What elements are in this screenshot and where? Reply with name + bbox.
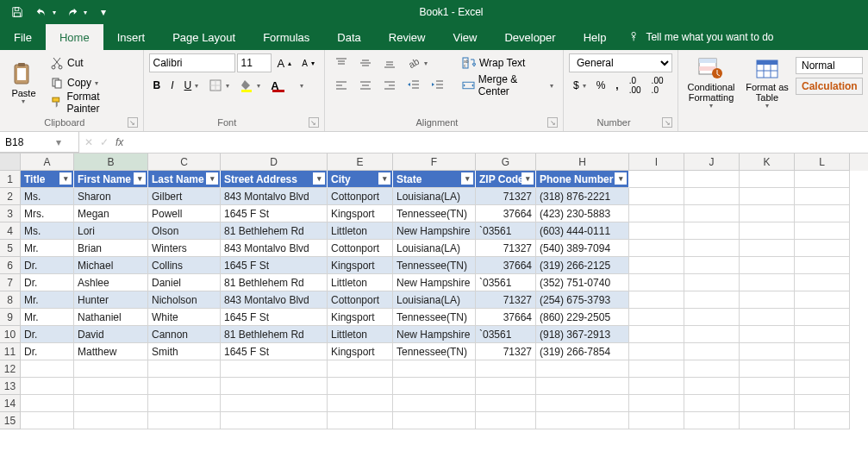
cell[interactable] bbox=[629, 326, 684, 343]
insert-function-button[interactable]: fx bbox=[116, 136, 123, 148]
cell[interactable]: Cottonport bbox=[328, 188, 393, 205]
cell[interactable]: 71327 bbox=[476, 240, 536, 257]
cell[interactable] bbox=[393, 395, 476, 412]
column-header[interactable]: K bbox=[740, 153, 795, 171]
cell[interactable]: Ms. bbox=[21, 222, 74, 240]
align-left-button[interactable] bbox=[330, 76, 353, 95]
cell[interactable] bbox=[684, 326, 740, 343]
cell[interactable]: Sharon bbox=[74, 188, 148, 205]
row-header[interactable]: 12 bbox=[0, 360, 21, 378]
cell[interactable] bbox=[795, 412, 850, 429]
format-painter-button[interactable]: Format Painter bbox=[46, 93, 138, 112]
tab-developer[interactable]: Developer bbox=[490, 24, 569, 50]
cell[interactable]: Mrs. bbox=[21, 205, 74, 222]
cell[interactable] bbox=[740, 222, 795, 240]
cell[interactable] bbox=[629, 222, 684, 240]
cell[interactable]: David bbox=[74, 326, 148, 343]
row-header[interactable]: 3 bbox=[0, 205, 21, 222]
cell[interactable]: (254) 675-3793 bbox=[536, 291, 629, 309]
filter-dropdown-icon[interactable]: ▾ bbox=[461, 172, 473, 185]
cell[interactable]: Dr. bbox=[21, 326, 74, 343]
redo-button[interactable] bbox=[62, 2, 83, 22]
select-all-corner[interactable] bbox=[0, 153, 21, 171]
cell[interactable]: Cottonport bbox=[328, 240, 393, 257]
underline-button[interactable]: U▾ bbox=[180, 76, 203, 95]
cell[interactable] bbox=[221, 395, 328, 412]
filter-dropdown-icon[interactable]: ▾ bbox=[378, 172, 390, 185]
name-box[interactable]: ▾ bbox=[0, 132, 79, 153]
cell[interactable]: (319) 266-7854 bbox=[536, 343, 629, 360]
cell[interactable]: (918) 367-2913 bbox=[536, 326, 629, 343]
cell[interactable] bbox=[148, 395, 221, 412]
cell[interactable]: `03561 bbox=[476, 222, 536, 240]
dialog-launcher[interactable] bbox=[662, 117, 672, 128]
cell[interactable]: Dr. bbox=[21, 343, 74, 360]
cell[interactable]: 1645 F St bbox=[221, 205, 328, 222]
bold-button[interactable]: B bbox=[149, 76, 165, 95]
cell[interactable]: 843 Montalvo Blvd bbox=[221, 240, 328, 257]
row-header[interactable]: 13 bbox=[0, 378, 21, 395]
cell[interactable] bbox=[476, 412, 536, 429]
cell-style-calculation[interactable]: Calculation bbox=[796, 78, 863, 95]
cell[interactable]: Kingsport bbox=[328, 257, 393, 274]
cell[interactable] bbox=[629, 240, 684, 257]
cell[interactable]: 843 Montalvo Blvd bbox=[221, 188, 328, 205]
borders-button[interactable]: ▾ bbox=[204, 76, 234, 95]
font-color-button[interactable]: A▾ bbox=[266, 76, 307, 95]
cell[interactable] bbox=[393, 412, 476, 429]
cell[interactable]: (540) 389-7094 bbox=[536, 240, 629, 257]
cell[interactable]: Littleton bbox=[328, 326, 393, 343]
cell[interactable] bbox=[328, 360, 393, 378]
cell[interactable]: Cannon bbox=[148, 326, 221, 343]
name-box-input[interactable] bbox=[0, 136, 52, 148]
cell[interactable]: Collins bbox=[148, 257, 221, 274]
cell[interactable]: Tennessee(TN) bbox=[393, 205, 476, 222]
tab-formulas[interactable]: Formulas bbox=[249, 24, 323, 50]
cell[interactable]: Ashlee bbox=[74, 274, 148, 291]
cell[interactable]: White bbox=[148, 309, 221, 326]
cell[interactable]: Matthew bbox=[74, 343, 148, 360]
tab-page-layout[interactable]: Page Layout bbox=[159, 24, 249, 50]
column-header[interactable]: F bbox=[393, 153, 476, 171]
cell[interactable]: Dr. bbox=[21, 274, 74, 291]
cell[interactable] bbox=[684, 395, 740, 412]
cell[interactable]: Kingsport bbox=[328, 309, 393, 326]
fill-color-button[interactable]: ▾ bbox=[235, 76, 265, 95]
cell[interactable]: Louisiana(LA) bbox=[393, 291, 476, 309]
cell[interactable] bbox=[740, 378, 795, 395]
cell[interactable] bbox=[148, 412, 221, 429]
decrease-indent-button[interactable] bbox=[403, 76, 425, 95]
cell[interactable] bbox=[795, 274, 850, 291]
cell[interactable] bbox=[74, 412, 148, 429]
cell[interactable]: New Hampshire bbox=[393, 274, 476, 291]
cell[interactable] bbox=[740, 171, 795, 188]
cell[interactable]: 843 Montalvo Blvd bbox=[221, 291, 328, 309]
cell[interactable] bbox=[476, 360, 536, 378]
font-size-input[interactable] bbox=[237, 53, 272, 72]
cell[interactable] bbox=[21, 360, 74, 378]
paste-button[interactable]: Paste ▾ bbox=[5, 53, 42, 112]
filter-dropdown-icon[interactable]: ▾ bbox=[206, 172, 218, 185]
cell[interactable] bbox=[536, 378, 629, 395]
cell[interactable]: Littleton bbox=[328, 274, 393, 291]
cell[interactable] bbox=[221, 360, 328, 378]
cell[interactable] bbox=[795, 188, 850, 205]
cell[interactable]: Gilbert bbox=[148, 188, 221, 205]
cell[interactable] bbox=[684, 205, 740, 222]
cell[interactable]: Tennessee(TN) bbox=[393, 343, 476, 360]
cell[interactable]: 1645 F St bbox=[221, 343, 328, 360]
cell[interactable] bbox=[629, 343, 684, 360]
column-header[interactable]: J bbox=[684, 153, 740, 171]
filter-dropdown-icon[interactable]: ▾ bbox=[59, 172, 72, 185]
row-header[interactable]: 2 bbox=[0, 188, 21, 205]
chevron-down-icon[interactable]: ▾ bbox=[52, 136, 66, 148]
cell[interactable] bbox=[684, 378, 740, 395]
decrease-font-button[interactable]: A▾ bbox=[297, 53, 319, 72]
cell[interactable]: 37664 bbox=[476, 257, 536, 274]
cell[interactable] bbox=[795, 171, 850, 188]
save-button[interactable] bbox=[7, 2, 28, 22]
table-header-cell[interactable]: Last Name▾ bbox=[148, 171, 221, 188]
row-header[interactable]: 6 bbox=[0, 257, 21, 274]
cell[interactable] bbox=[21, 395, 74, 412]
cell[interactable] bbox=[393, 378, 476, 395]
